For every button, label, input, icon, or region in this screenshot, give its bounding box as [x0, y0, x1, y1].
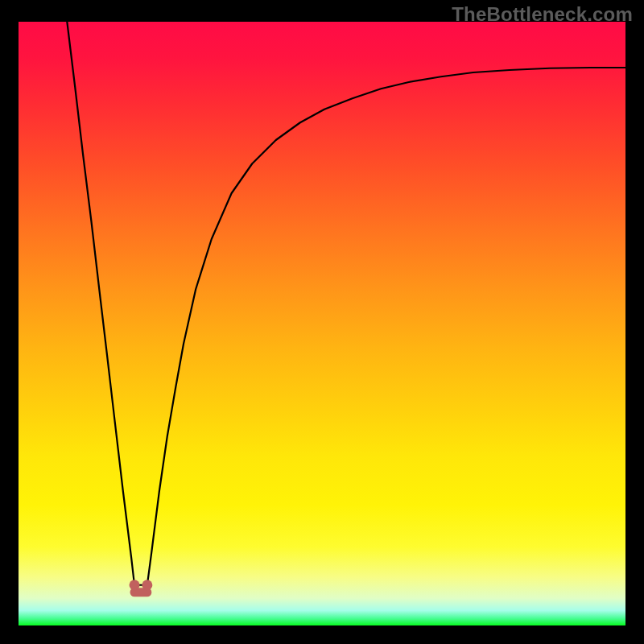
plot-area — [19, 22, 625, 625]
trough-right-dot — [142, 580, 152, 590]
curve-svg — [19, 22, 625, 625]
trough-left-dot — [130, 580, 140, 590]
main-curve — [67, 22, 625, 585]
watermark-text: TheBottleneck.com — [452, 3, 633, 26]
chart-frame: TheBottleneck.com — [0, 0, 644, 644]
